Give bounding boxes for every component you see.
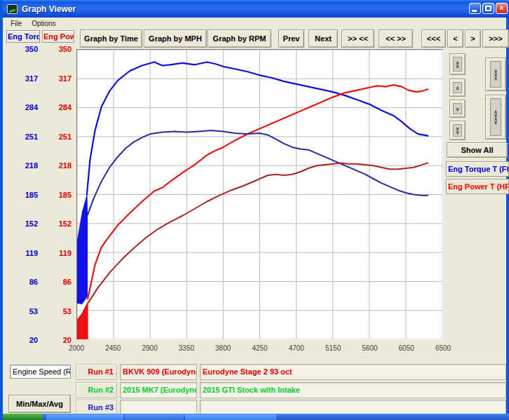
- taskbar-item[interactable]: [125, 414, 184, 420]
- run-label-2: Run #2: [76, 382, 117, 398]
- toolbar-button-graph-by-rpm[interactable]: Graph by RPM: [208, 29, 271, 48]
- app-icon: [7, 4, 18, 14]
- toolbar-button-[interactable]: << >>: [379, 29, 413, 48]
- legend-torque: Eng Torque T (Ft-: [446, 161, 509, 177]
- run-label-1: Run #1: [76, 364, 117, 380]
- menu-options[interactable]: Options: [27, 20, 60, 27]
- toolbar-button-[interactable]: <: [447, 29, 463, 48]
- toolbar-button-[interactable]: >: [465, 29, 481, 48]
- spinner-expand-y-icon: ∧∨∧∨: [490, 98, 501, 136]
- show-all-button[interactable]: Show All: [447, 142, 508, 158]
- x-tick-label: 2450: [97, 344, 128, 352]
- run-2-description-field[interactable]: 2015 GTI Stock with Intake: [200, 382, 506, 398]
- run-label-3: Run #3: [76, 400, 117, 414]
- spinner-compress-y-button[interactable]: ∨∨∧: [485, 57, 506, 91]
- start-button-fragment[interactable]: [3, 414, 43, 420]
- run-3-description-field[interactable]: [200, 400, 506, 414]
- x-tick-label: 6500: [428, 344, 459, 352]
- y-tick-label: 251: [48, 133, 72, 141]
- y-tick-label: 185: [48, 191, 72, 199]
- y-tick-label: 185: [14, 191, 38, 199]
- y-tick-label: 317: [14, 74, 38, 83]
- toolbar-button-prev[interactable]: Prev: [278, 29, 304, 48]
- x-tick-label: 3350: [171, 344, 202, 352]
- spinner-up-icon: ∧: [453, 82, 462, 93]
- min-max-avg-button[interactable]: Min/Max/Avg: [8, 395, 71, 413]
- x-tick-label: 5150: [318, 344, 348, 352]
- x-tick-label: 2000: [61, 344, 92, 352]
- toolbar-button-[interactable]: <<<: [421, 29, 446, 48]
- y-tick-label: 218: [14, 161, 38, 170]
- y-tick-label: 152: [48, 219, 72, 228]
- y-tick-label: 86: [48, 278, 72, 286]
- y-tick-label: 350: [48, 45, 72, 53]
- spinner-double-up-icon: ∧∧: [453, 57, 462, 72]
- plot-svg: [77, 50, 442, 339]
- power-axis-header[interactable]: Eng Powe: [42, 30, 74, 43]
- spinner-double-up-button[interactable]: ∧∧: [449, 53, 466, 75]
- toolbar-button-[interactable]: >> <<: [341, 29, 374, 48]
- torque-start-band: [77, 193, 88, 304]
- graph-viewer-window: Graph Viewer × FileOptions Eng Torqu Eng…: [0, 0, 509, 420]
- toolbar-button-[interactable]: >>>: [482, 29, 509, 48]
- taskbar-item[interactable]: [46, 414, 123, 420]
- y-tick-label: 119: [48, 249, 72, 257]
- spinner-down-icon: ∨: [453, 103, 462, 114]
- spinner-down-button[interactable]: ∨: [449, 100, 466, 118]
- y-tick-label: 350: [14, 45, 38, 53]
- y-tick-label: 20: [48, 336, 72, 344]
- close-button[interactable]: ×: [496, 3, 508, 14]
- window-title: Graph Viewer: [22, 4, 76, 14]
- run-3-name-field[interactable]: [120, 400, 197, 414]
- y-tick-label: 53: [48, 307, 72, 316]
- y-tick-label: 20: [14, 336, 38, 344]
- y-tick-label: 119: [14, 249, 38, 257]
- spinner-double-down-button[interactable]: ∨∨: [449, 121, 466, 140]
- minimize-button[interactable]: [469, 3, 481, 14]
- run-1-name-field[interactable]: BKVK 909 (Eurodyne,: [120, 364, 197, 380]
- spinner-double-down-icon: ∨∨: [453, 124, 462, 137]
- toolbar-button-next[interactable]: Next: [308, 29, 338, 48]
- menubar: FileOptions: [6, 18, 509, 29]
- toolbar-button-graph-by-time[interactable]: Graph by Time: [80, 29, 142, 48]
- y-tick-label: 218: [48, 161, 72, 170]
- titlebar: Graph Viewer ×: [3, 0, 509, 18]
- spinner-expand-y-button[interactable]: ∧∨∧∨: [485, 95, 506, 140]
- run-1-description-field[interactable]: Eurodyne Stage 2 93 oct: [200, 364, 506, 380]
- spinner-up-button[interactable]: ∧: [449, 79, 466, 97]
- y-tick-label: 86: [14, 278, 38, 286]
- taskbar-item[interactable]: [185, 414, 276, 420]
- spinner-compress-y-icon: ∨∨∧: [490, 61, 501, 88]
- y-tick-label: 251: [14, 133, 38, 141]
- x-axis-unit-box[interactable]: Engine Speed (RP: [10, 365, 71, 379]
- y-tick-label: 317: [48, 74, 72, 83]
- menu-file[interactable]: File: [6, 20, 27, 27]
- torque-axis-header[interactable]: Eng Torqu: [6, 30, 40, 43]
- maximize-button[interactable]: [482, 3, 494, 14]
- y-tick-label: 152: [14, 219, 38, 228]
- legend-power: Eng Power T (HP): [446, 179, 509, 194]
- x-tick-label: 4700: [281, 344, 312, 352]
- x-tick-label: 4250: [245, 344, 276, 352]
- x-tick-label: 6050: [391, 344, 422, 352]
- toolbar-button-graph-by-mph[interactable]: Graph by MPH: [144, 29, 207, 48]
- x-tick-label: 3800: [208, 344, 238, 352]
- y-tick-label: 284: [48, 103, 72, 111]
- run-2-name-field[interactable]: 2015 MK7 (Eurodyne, E: [120, 382, 197, 398]
- power-start-band: [77, 301, 88, 339]
- y-tick-label: 53: [14, 307, 38, 316]
- chart-plot-area[interactable]: [76, 49, 443, 340]
- y-tick-label: 284: [14, 103, 38, 111]
- x-tick-label: 2900: [135, 344, 165, 352]
- x-tick-label: 5600: [354, 344, 385, 352]
- taskbar: [3, 414, 509, 420]
